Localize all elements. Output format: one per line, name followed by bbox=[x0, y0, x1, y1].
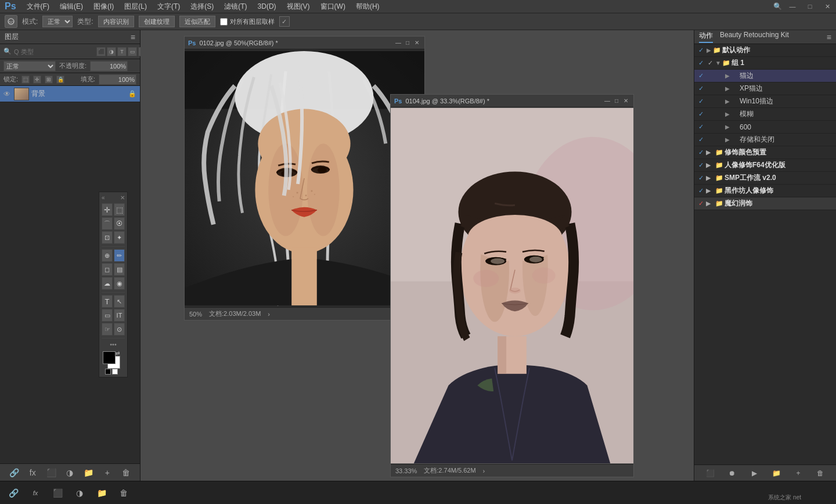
minimize-button[interactable]: — bbox=[784, 0, 801, 13]
fx-status-icon[interactable]: fx bbox=[29, 487, 42, 499]
blur-tool[interactable]: ◉ bbox=[114, 277, 125, 290]
menu-3d[interactable]: 3D(D) bbox=[253, 1, 281, 12]
close-button[interactable]: ✕ bbox=[819, 0, 836, 13]
delete-action-button[interactable]: 🗑 bbox=[814, 467, 827, 480]
adjustment-layer-button[interactable]: ◑ bbox=[64, 467, 75, 478]
default-colors-icon[interactable] bbox=[112, 369, 118, 375]
move-tool[interactable]: ✛ bbox=[102, 203, 113, 216]
heal-tool[interactable]: ⊕ bbox=[102, 249, 113, 262]
action-item-600[interactable]: ✓ ▶ 600 bbox=[694, 121, 836, 134]
search-icon[interactable]: 🔍 bbox=[771, 0, 784, 13]
action-item-group1[interactable]: ✓ ✓ ▼ 📁 组 1 bbox=[694, 57, 836, 70]
action-item-blur[interactable]: ✓ ▶ 模糊 bbox=[694, 108, 836, 121]
action-expand-win10[interactable]: ▶ bbox=[725, 98, 730, 105]
fill-tool[interactable]: ▤ bbox=[114, 263, 125, 276]
doc-canvas-2[interactable] bbox=[391, 107, 633, 464]
doc-nav-arrow-2[interactable]: › bbox=[483, 467, 485, 474]
opacity-input[interactable] bbox=[90, 61, 128, 71]
quick-select-tool[interactable]: ⦿ bbox=[114, 217, 125, 230]
type-create-texture[interactable]: 创建纹理 bbox=[139, 16, 175, 27]
link-status-icon[interactable]: 🔗 bbox=[7, 487, 20, 499]
doc-titlebar-1[interactable]: Ps 0102.jpg @ 50%(RGB/8#) * — □ ✕ bbox=[185, 37, 424, 49]
menu-help[interactable]: 帮助(H) bbox=[351, 1, 384, 13]
filter-type-icon[interactable]: T bbox=[117, 47, 127, 56]
filter-pixel-icon[interactable]: ⬛ bbox=[96, 47, 106, 56]
record-action-button[interactable]: ⏺ bbox=[726, 467, 738, 480]
doc-maximize-1[interactable]: □ bbox=[403, 39, 412, 47]
action-item-magic[interactable]: ✓ ▶ 📁 魔幻润饰 bbox=[694, 197, 836, 210]
shape-tool[interactable]: ▭ bbox=[102, 309, 113, 322]
smudge-tool[interactable]: ☁ bbox=[102, 277, 113, 290]
fx-button[interactable]: fx bbox=[27, 467, 38, 478]
action-item-cat-edge[interactable]: ✓ ▶ 猫边 bbox=[694, 70, 836, 82]
lock-all-icon[interactable]: 🔒 bbox=[56, 75, 64, 84]
menu-image[interactable]: 图像(I) bbox=[89, 1, 118, 13]
add-mask-button[interactable]: ⬛ bbox=[45, 467, 57, 478]
action-item-save-close[interactable]: ✓ ▶ 存储和关闭 bbox=[694, 134, 836, 146]
doc-titlebar-2[interactable]: Ps 0104.jpg @ 33.3%(RGB/8#) * — □ ✕ bbox=[391, 95, 633, 107]
type-content-aware[interactable]: 内容识别 bbox=[98, 16, 134, 27]
action-item-portrait-f64[interactable]: ✓ ▶ 📁 人像修饰F64优化版 bbox=[694, 159, 836, 172]
tab-beauty-retouching[interactable]: Beauty Retouching Kit bbox=[720, 31, 789, 43]
mode-select[interactable]: 正常 bbox=[42, 16, 73, 27]
path-select-tool[interactable]: ↖ bbox=[114, 295, 125, 308]
link-layers-button[interactable]: 🔗 bbox=[8, 467, 20, 478]
fill-input[interactable] bbox=[99, 74, 136, 85]
action-item-default-actions[interactable]: ✓ ▶ 📁 默认动作 bbox=[694, 44, 836, 57]
delete-status-icon[interactable]: 🗑 bbox=[117, 487, 130, 499]
new-action-button[interactable]: + bbox=[792, 467, 805, 480]
type-approx-match[interactable]: 近似匹配 bbox=[179, 16, 215, 27]
stop-action-button[interactable]: ⬛ bbox=[704, 467, 716, 480]
action-expand-1[interactable]: ▼ bbox=[715, 60, 721, 66]
type-mask-tool[interactable]: IT bbox=[114, 309, 125, 322]
doc-minimize-2[interactable]: — bbox=[603, 97, 611, 105]
doc-nav-arrow-1[interactable]: › bbox=[268, 311, 270, 318]
doc-close-2[interactable]: ✕ bbox=[622, 97, 630, 105]
lock-artboard-icon[interactable]: ⊞ bbox=[45, 75, 53, 84]
action-expand-0[interactable]: ▶ bbox=[706, 47, 712, 53]
action-item-xp-edge[interactable]: ✓ ▶ XP猫边 bbox=[694, 82, 836, 95]
doc-close-1[interactable]: ✕ bbox=[413, 39, 421, 47]
toolbox-collapse[interactable]: « bbox=[102, 195, 105, 201]
actions-panel-menu[interactable]: ≡ bbox=[827, 33, 831, 42]
menu-layer[interactable]: 图层(L) bbox=[120, 1, 152, 13]
mask-status-icon[interactable]: ⬛ bbox=[51, 487, 64, 499]
brush-tool[interactable]: ✏ bbox=[114, 249, 125, 262]
menu-type[interactable]: 文字(T) bbox=[153, 1, 185, 13]
delete-layer-button[interactable]: 🗑 bbox=[120, 467, 132, 478]
action-item-black-portrait[interactable]: ✓ ▶ 📁 黑作坊人像修饰 bbox=[694, 185, 836, 197]
maximize-button[interactable]: □ bbox=[801, 0, 819, 13]
eyedropper-tool[interactable]: ✦ bbox=[114, 231, 125, 244]
doc-maximize-2[interactable]: □ bbox=[612, 97, 621, 105]
doc-canvas-1[interactable] bbox=[185, 49, 424, 307]
layer-item-background[interactable]: 👁 背景 🔒 bbox=[0, 86, 140, 102]
tab-actions[interactable]: 动作 bbox=[699, 31, 713, 43]
hand-tool[interactable]: ☞ bbox=[102, 323, 113, 336]
action-expand-save[interactable]: ▶ bbox=[725, 136, 730, 143]
new-action-set-button[interactable]: 📁 bbox=[770, 467, 783, 480]
layer-visibility-toggle[interactable]: 👁 bbox=[3, 90, 12, 98]
doc-minimize-1[interactable]: — bbox=[394, 39, 402, 47]
action-expand-cat[interactable]: ▶ bbox=[725, 73, 730, 79]
adjustment-status-icon[interactable]: ◑ bbox=[73, 487, 86, 499]
action-item-smp[interactable]: ✓ ▶ 📁 SMP工作流 v2.0 bbox=[694, 172, 836, 185]
fg-color-swatch[interactable] bbox=[103, 351, 116, 364]
confirm-icon[interactable]: ✓ bbox=[279, 16, 290, 27]
more-tools[interactable]: ••• bbox=[102, 341, 125, 348]
eraser-tool[interactable]: ◻ bbox=[102, 263, 113, 276]
brush-tool-icon[interactable]: 60 bbox=[5, 15, 17, 28]
menu-file[interactable]: 文件(F) bbox=[22, 1, 54, 13]
action-expand-xp[interactable]: ▶ bbox=[725, 85, 730, 92]
menu-window[interactable]: 窗口(W) bbox=[316, 1, 350, 13]
text-tool[interactable]: T bbox=[102, 295, 113, 308]
folder-status-icon[interactable]: 📁 bbox=[95, 487, 108, 499]
layers-search-input[interactable] bbox=[14, 48, 94, 55]
menu-edit[interactable]: 编辑(E) bbox=[55, 1, 88, 13]
action-item-win10[interactable]: ✓ ▶ Win10描边 bbox=[694, 95, 836, 108]
sample-all-layers-checkbox[interactable] bbox=[220, 18, 228, 26]
menu-view[interactable]: 视图(V) bbox=[282, 1, 315, 13]
toolbox-close[interactable]: ✕ bbox=[120, 195, 125, 201]
menu-filter[interactable]: 滤镜(T) bbox=[219, 1, 251, 13]
default-colors-fg[interactable] bbox=[105, 369, 111, 375]
crop-tool[interactable]: ⊡ bbox=[102, 231, 113, 244]
